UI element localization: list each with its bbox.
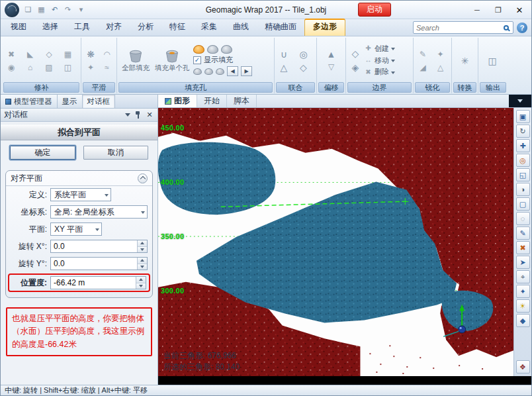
sharpen-tool-icon[interactable]: ◢ — [417, 62, 429, 73]
help-button[interactable]: ? — [517, 23, 527, 33]
smooth-tool-icon[interactable]: ◠ — [101, 48, 113, 60]
app-logo-icon[interactable] — [5, 3, 19, 17]
offset-tool-icon[interactable]: ▲ — [326, 49, 337, 60]
fill-all-button[interactable]: 全部填充 — [120, 49, 151, 72]
zoom-window-icon[interactable]: ◱ — [516, 168, 530, 181]
pan-icon[interactable]: ✚ — [516, 139, 530, 152]
ribbon-tab-select[interactable]: 选择 — [34, 19, 66, 36]
zoom-icon[interactable]: ◎ — [516, 154, 530, 167]
boundary-icon[interactable]: ◇ — [349, 48, 361, 60]
save-icon[interactable]: ▦ — [36, 4, 47, 15]
boundary-create-button[interactable]: ✚ 创建 — [364, 44, 395, 54]
combine-tool-icon[interactable]: ◇ — [298, 62, 310, 73]
hole-type-icon[interactable] — [216, 68, 224, 75]
coordinate-system-dropdown[interactable]: 全局: 全局坐标系 — [50, 205, 148, 219]
minimize-button[interactable]: ─ — [466, 3, 488, 17]
convert-tool-icon[interactable]: ✳ — [459, 55, 471, 66]
ribbon-tab-tools[interactable]: 工具 — [66, 19, 98, 36]
import-icon[interactable]: ❏ — [22, 4, 34, 15]
annotate-icon[interactable]: ✦ — [516, 285, 530, 298]
stepper-down-icon[interactable] — [136, 283, 146, 289]
definition-dropdown[interactable]: 系统平面 — [50, 188, 111, 201]
offset-tool-icon[interactable]: ▽ — [326, 62, 337, 73]
tab-graphics[interactable]: 图形 — [158, 95, 197, 107]
tab-script[interactable]: 脚本 — [227, 95, 257, 107]
ribbon-tab-view[interactable]: 视图 — [3, 19, 34, 36]
tab-display[interactable]: 显示 — [58, 95, 83, 108]
monitor-icon[interactable]: ▣ — [516, 110, 530, 123]
tab-start[interactable]: 开始 — [197, 95, 227, 107]
boundary-move-button[interactable]: ↔ 移动 — [364, 56, 395, 66]
boundary-delete-button[interactable]: ✖ 删除 — [364, 67, 395, 77]
repair-tool-icon[interactable]: ▦ — [62, 48, 74, 60]
shade-icon[interactable]: ◑ — [516, 183, 530, 196]
ribbon-tab-exact-surface[interactable]: 精确曲面 — [257, 19, 304, 36]
stepper-up-icon[interactable] — [138, 258, 147, 264]
sharpen-tool-icon[interactable]: △ — [435, 62, 447, 73]
search-input[interactable] — [416, 24, 501, 32]
repair-tool-icon[interactable]: ◫ — [62, 62, 74, 73]
ribbon-tab-capture[interactable]: 采集 — [193, 19, 225, 36]
launch-button[interactable]: 启动 — [358, 3, 391, 17]
deselect-icon[interactable]: ✖ — [516, 241, 530, 254]
fill-curvature-icon[interactable] — [193, 45, 204, 54]
repair-tool-icon[interactable]: ◣ — [24, 48, 36, 60]
undo-icon[interactable]: ↶ — [49, 4, 60, 15]
plane-dropdown[interactable]: XY 平面 — [50, 223, 102, 236]
select-rectangle-icon[interactable]: ▢ — [516, 197, 530, 211]
stepper-up-icon[interactable] — [138, 240, 147, 247]
repair-tool-icon[interactable]: ⌂ — [24, 62, 36, 73]
ribbon-tab-analysis[interactable]: 分析 — [130, 19, 161, 36]
repair-tool-icon[interactable]: ✖ — [5, 48, 17, 60]
ribbon-tab-curves[interactable]: 曲线 — [225, 19, 257, 36]
stepper-down-icon[interactable] — [138, 247, 147, 253]
cursor-icon[interactable]: ➤ — [516, 256, 530, 269]
fill-tangent-icon[interactable] — [207, 45, 218, 54]
smooth-tool-icon[interactable]: ≈ — [101, 62, 113, 73]
rotation-y-input[interactable] — [51, 258, 137, 270]
combine-tool-icon[interactable]: △ — [278, 62, 290, 73]
lighting-icon[interactable]: ☀ — [516, 299, 530, 313]
repair-tool-icon[interactable]: ◇ — [43, 48, 55, 60]
rotate-view-icon[interactable]: ↻ — [516, 124, 530, 138]
sharpen-tool-icon[interactable]: ✦ — [435, 48, 447, 60]
show-fill-checkbox[interactable]: 显示填充 — [193, 55, 252, 65]
boundary-icon[interactable]: ◈ — [349, 62, 361, 74]
tab-dialog[interactable]: 对话框 — [83, 95, 116, 108]
ribbon-tab-align[interactable]: 对齐 — [98, 19, 130, 36]
next-hole-button[interactable]: ▶ — [241, 66, 252, 76]
panel-menu-icon[interactable] — [125, 113, 130, 119]
previous-hole-button[interactable]: ◀ — [227, 66, 238, 76]
combine-tool-icon[interactable]: ◎ — [298, 48, 310, 60]
combine-tool-icon[interactable]: ∪ — [278, 48, 290, 60]
redo-icon[interactable]: ↷ — [62, 4, 73, 15]
search-icon[interactable] — [504, 25, 509, 30]
stepper-up-icon[interactable] — [136, 277, 146, 283]
collapse-icon[interactable] — [138, 173, 148, 183]
ribbon-tab-polygons[interactable]: 多边形 — [304, 19, 345, 36]
output-tool-icon[interactable]: ◫ — [486, 55, 498, 66]
close-button[interactable]: ✕ — [509, 3, 530, 17]
measure-icon[interactable]: ⌖ — [516, 270, 530, 283]
viewport-menu-button[interactable] — [509, 95, 531, 107]
3d-viewport-canvas[interactable]: 450.00 400.00 350.00 300.00 当前三角形: 676,9… — [158, 108, 513, 376]
maximize-button[interactable]: ❐ — [488, 3, 509, 17]
hole-type-icon[interactable] — [204, 68, 213, 75]
material-icon[interactable]: ◆ — [516, 314, 530, 327]
cancel-button[interactable]: 取消 — [83, 146, 149, 160]
stepper-down-icon[interactable] — [138, 264, 147, 270]
sharpen-tool-icon[interactable]: ✎ — [417, 48, 429, 60]
repair-tool-icon[interactable]: ▨ — [43, 62, 55, 73]
ok-button[interactable]: 确定 — [10, 146, 75, 160]
rotation-x-input[interactable] — [51, 240, 137, 252]
select-paint-icon[interactable]: ✎ — [516, 226, 530, 240]
ribbon-tab-features[interactable]: 特征 — [161, 19, 193, 36]
tab-model-manager[interactable]: 模型管理器 — [1, 95, 58, 108]
smooth-tool-icon[interactable]: ✦ — [85, 62, 97, 73]
fill-single-button[interactable]: 填充单个孔 — [154, 49, 191, 72]
qat-dropdown-icon[interactable]: ▾ — [75, 4, 87, 15]
repair-tool-icon[interactable]: ◉ — [5, 62, 17, 73]
smooth-tool-icon[interactable]: ❋ — [85, 48, 97, 60]
position-input[interactable] — [51, 277, 136, 289]
pin-icon[interactable] — [134, 111, 141, 119]
